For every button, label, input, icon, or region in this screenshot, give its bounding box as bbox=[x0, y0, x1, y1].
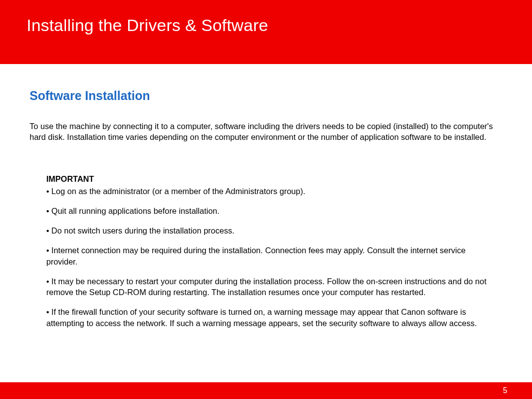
list-item: • Log on as the administrator (or a memb… bbox=[46, 186, 498, 197]
list-item: • If the firewall function of your secur… bbox=[46, 306, 498, 329]
list-item: • Do not switch users during the install… bbox=[46, 225, 498, 236]
important-block: IMPORTANT • Log on as the administrator … bbox=[30, 174, 502, 329]
page-header: Installing the Drivers & Software bbox=[0, 0, 532, 64]
section-title: Software Installation bbox=[30, 89, 502, 103]
list-item: • Internet connection may be required du… bbox=[46, 245, 498, 267]
page-title: Installing the Drivers & Software bbox=[27, 16, 532, 35]
list-item: • Quit all running applications before i… bbox=[46, 205, 498, 216]
page-footer: 5 bbox=[0, 382, 532, 399]
list-item: • It may be necessary to restart your co… bbox=[46, 276, 498, 298]
important-label: IMPORTANT bbox=[46, 174, 498, 184]
section-intro: To use the machine by connecting it to a… bbox=[30, 121, 502, 143]
page-content: Software Installation To use the machine… bbox=[0, 64, 532, 329]
page-number: 5 bbox=[503, 386, 507, 395]
